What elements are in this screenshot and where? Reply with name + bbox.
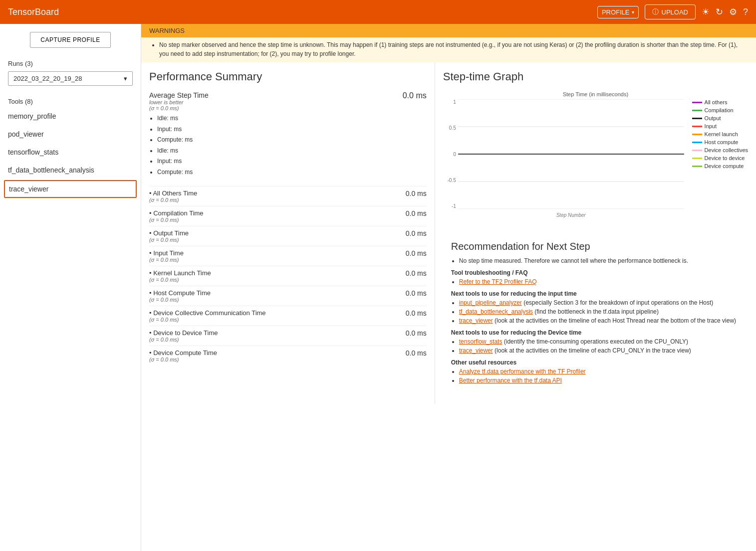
legend-color-swatch — [692, 166, 702, 167]
legend-color-swatch — [692, 126, 702, 127]
metric-sigma: (σ = 0.0 ms) — [149, 357, 217, 363]
device-title: Next tools to use for reducing the Devic… — [451, 329, 740, 336]
avg-step-sublabel: lower is better — [149, 99, 209, 105]
metric-label: Device Compute Time — [149, 349, 217, 357]
avg-step-main: Average Step Time lower is better (σ = 0… — [149, 91, 427, 111]
profile-label: PROFILE — [602, 8, 630, 16]
metric-label: Device to Device Time — [149, 329, 218, 337]
metric-sigma: (σ = 0.0 ms) — [149, 297, 211, 303]
legend-color-swatch — [692, 102, 702, 103]
metric-value: 0.0 ms — [399, 189, 427, 197]
legend-item: Output — [692, 115, 748, 121]
legend-item: Input — [692, 123, 748, 129]
chevron-down-icon: ▾ — [632, 9, 634, 15]
legend-item: Compilation — [692, 107, 748, 113]
settings-icon[interactable]: ⚙ — [729, 6, 737, 17]
metric-sigma: (σ = 0.0 ms) — [149, 317, 266, 323]
metric-sigma: (σ = 0.0 ms) — [149, 237, 189, 243]
metrics-list: All Others Time (σ = 0.0 ms) 0.0 ms Comp… — [149, 186, 427, 366]
other-link[interactable]: Analyze tf.data performance with the TF … — [459, 368, 586, 375]
avg-step-label: Average Step Time — [149, 91, 209, 99]
metric-label: Input Time — [149, 249, 184, 257]
legend-item: Device to device — [692, 155, 748, 161]
other-links: Analyze tf.data performance with the TF … — [451, 368, 740, 384]
legend-item: Device collectives — [692, 147, 748, 153]
avg-step-value: 0.0 ms — [403, 91, 427, 100]
capture-profile-button[interactable]: CAPTURE PROFILE — [30, 32, 111, 48]
metric-sigma: (σ = 0.0 ms) — [149, 197, 197, 203]
legend-color-swatch — [692, 158, 702, 159]
device-links: tensorflow_stats (identify the time-cons… — [451, 338, 740, 354]
runs-value: 2022_03_22_20_19_28 — [13, 75, 82, 82]
runs-dropdown[interactable]: 2022_03_22_20_19_28 ▾ — [8, 71, 133, 86]
legend-item: Device compute — [692, 163, 748, 169]
sidebar-item-trace_viewer[interactable]: trace_viewer — [4, 180, 137, 198]
device-link[interactable]: trace_viewer — [459, 347, 493, 354]
avg-step-bullets: Idle: msInput: msCompute: msIdle: msInpu… — [149, 113, 427, 178]
metric-row: Device to Device Time (σ = 0.0 ms) 0.0 m… — [149, 326, 427, 346]
profile-select[interactable]: PROFILE ▾ — [597, 6, 639, 18]
metric-value: 0.0 ms — [399, 269, 427, 277]
performance-title: Performance Summary — [149, 70, 427, 83]
brightness-icon[interactable]: ☀ — [702, 6, 710, 17]
metric-sigma: (σ = 0.0 ms) — [149, 257, 184, 263]
metric-label: Compilation Time — [149, 209, 204, 217]
metric-row: Compilation Time (σ = 0.0 ms) 0.0 ms — [149, 206, 427, 226]
avg-step-time-section: Average Step Time lower is better (σ = 0… — [149, 91, 427, 178]
tools-label: Tools (8) — [0, 94, 141, 107]
main-content: WARNINGS No step marker observed and hen… — [141, 24, 756, 551]
graph-legend: All othersCompilationOutputInputKernel l… — [692, 99, 748, 218]
metric-value: 0.0 ms — [399, 289, 427, 297]
other-title: Other useful resources — [451, 359, 740, 366]
legend-color-swatch — [692, 134, 702, 135]
x-axis-label: Step Number — [458, 212, 684, 218]
sidebar-item-tf_data_bottleneck_analysis[interactable]: tf_data_bottleneck_analysis — [0, 161, 141, 179]
legend-color-swatch — [692, 142, 702, 143]
graph-area: 1 0.5 0 -0.5 -1 — [443, 99, 748, 218]
metric-row: Host Compute Time (σ = 0.0 ms) 0.0 ms — [149, 286, 427, 306]
metric-label: Kernel Launch Time — [149, 269, 211, 277]
upload-button[interactable]: ⓘ UPLOAD — [645, 4, 696, 19]
metric-value: 0.0 ms — [399, 309, 427, 317]
legend-color-swatch — [692, 150, 702, 151]
y-axis: 1 0.5 0 -0.5 -1 — [443, 99, 458, 209]
rec-title: Recommendation for Next Step — [451, 241, 740, 252]
refresh-icon[interactable]: ↻ — [716, 6, 723, 17]
sidebar-item-pod_viewer[interactable]: pod_viewer — [0, 125, 141, 143]
app-body: CAPTURE PROFILE Runs (3) 2022_03_22_20_1… — [0, 24, 756, 551]
device-link[interactable]: tensorflow_stats — [459, 338, 503, 345]
warnings-title: WARNINGS — [149, 27, 185, 34]
graph-y-label: Step Time (in milliseconds) — [443, 91, 748, 97]
metric-row: All Others Time (σ = 0.0 ms) 0.0 ms — [149, 186, 427, 206]
sidebar-item-memory_profile[interactable]: memory_profile — [0, 107, 141, 125]
other-link[interactable]: Better performance with the tf.data API — [459, 377, 562, 384]
legend-item: Host compute — [692, 139, 748, 145]
metric-sigma: (σ = 0.0 ms) — [149, 217, 204, 223]
input-link[interactable]: trace_viewer — [459, 317, 493, 324]
metric-value: 0.0 ms — [399, 209, 427, 217]
metric-label: Device Collective Communication Time — [149, 309, 266, 317]
right-panel: Step-time Graph Step Time (in millisecon… — [435, 62, 756, 404]
faq-link[interactable]: Refer to the TF2 Profiler FAQ — [459, 278, 537, 285]
sidebar-item-tensorflow_stats[interactable]: tensorflow_stats — [0, 143, 141, 161]
input-title: Next tools to use for reducing the input… — [451, 290, 740, 297]
help-icon[interactable]: ? — [743, 7, 748, 17]
legend-color-swatch — [692, 110, 702, 111]
metric-value: 0.0 ms — [399, 329, 427, 337]
metric-sigma: (σ = 0.0 ms) — [149, 337, 218, 343]
metric-value: 0.0 ms — [399, 249, 427, 257]
metric-label: Output Time — [149, 229, 189, 237]
input-links: input_pipeline_analyzer (especially Sect… — [451, 299, 740, 324]
rec-no-step: No step time measured. Therefore we cann… — [451, 257, 740, 264]
faq-title: Tool troubleshooting / FAQ — [451, 269, 740, 276]
sidebar: CAPTURE PROFILE Runs (3) 2022_03_22_20_1… — [0, 24, 141, 551]
graph-title: Step-time Graph — [443, 70, 748, 83]
input-link[interactable]: tf_data_bottleneck_analysis — [459, 308, 533, 315]
runs-label: Runs (3) — [0, 56, 141, 69]
metric-label: All Others Time — [149, 189, 197, 197]
content-panels: Performance Summary Average Step Time lo… — [141, 62, 756, 404]
input-link[interactable]: input_pipeline_analyzer — [459, 299, 522, 306]
metric-row: Device Collective Communication Time (σ … — [149, 306, 427, 326]
dropdown-arrow-icon: ▾ — [124, 75, 127, 82]
performance-panel: Performance Summary Average Step Time lo… — [141, 62, 435, 404]
